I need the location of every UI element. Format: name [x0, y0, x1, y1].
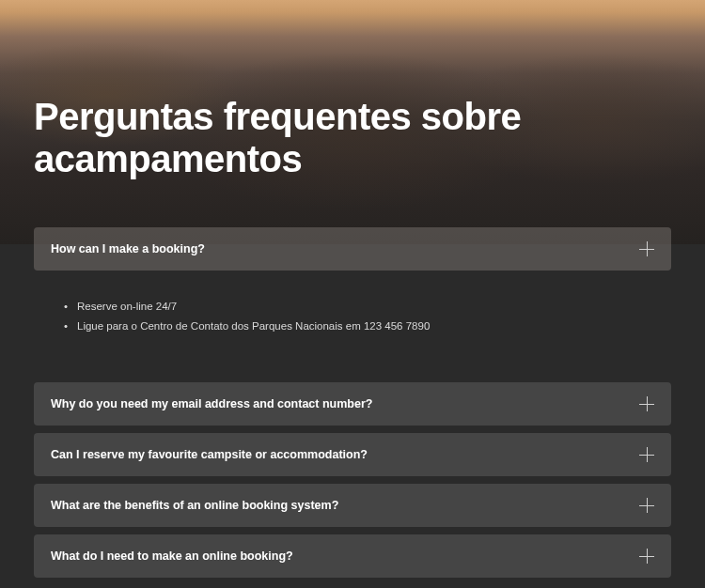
faq-bullet-list: Reserve on-line 24/7 Ligue para o Centro… — [51, 297, 654, 335]
faq-accordion: How can I make a booking? Reserve on-lin… — [34, 227, 671, 578]
faq-question: Why do you need my email address and con… — [51, 397, 372, 410]
faq-question: Can I reserve my favourite campsite or a… — [51, 448, 368, 461]
faq-question: What do I need to make an online booking… — [51, 549, 293, 563]
plus-icon — [639, 241, 654, 256]
faq-collapsed-group: Why do you need my email address and con… — [34, 382, 671, 578]
list-item: Reserve on-line 24/7 — [64, 297, 654, 317]
plus-icon — [639, 498, 654, 513]
plus-icon — [639, 549, 654, 564]
faq-item-booking-content: Reserve on-line 24/7 Ligue para o Centro… — [34, 278, 671, 358]
faq-item-requirements[interactable]: What do I need to make an online booking… — [34, 534, 671, 578]
faq-item-reserve[interactable]: Can I reserve my favourite campsite or a… — [34, 433, 671, 476]
faq-item-benefits[interactable]: What are the benefits of an online booki… — [34, 484, 671, 527]
list-item: Ligue para o Centro de Contato dos Parqu… — [64, 317, 654, 336]
faq-item-email[interactable]: Why do you need my email address and con… — [34, 382, 671, 426]
page-title: Perguntas frequentes sobre acampamentos — [34, 0, 671, 227]
plus-icon — [639, 396, 654, 411]
faq-question: What are the benefits of an online booki… — [51, 499, 338, 512]
faq-question: How can I make a booking? — [51, 242, 205, 255]
plus-icon — [639, 447, 654, 462]
faq-item-booking[interactable]: How can I make a booking? — [34, 227, 671, 271]
content-container: Perguntas frequentes sobre acampamentos … — [0, 0, 705, 588]
